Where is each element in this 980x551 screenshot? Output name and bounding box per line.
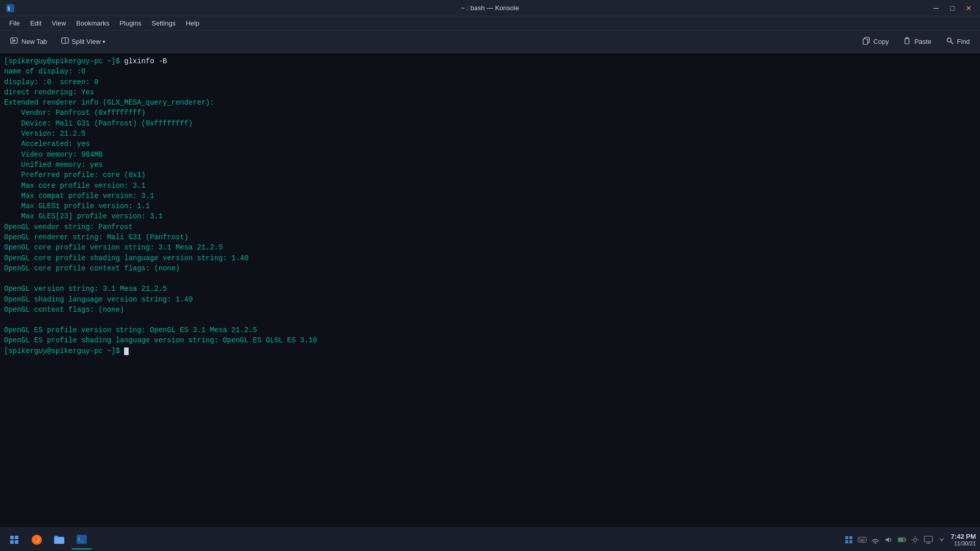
- output-line-7: Version: 21.2.5: [4, 129, 976, 139]
- output-blank-2: [4, 315, 976, 325]
- svg-rect-19: [849, 536, 852, 539]
- clock-time: 7:42 PM: [951, 533, 976, 540]
- titlebar: $ ~ : bash — Konsole ─ □ ✕: [0, 0, 980, 16]
- app-icon: $: [6, 4, 14, 12]
- window-title: ~ : bash — Konsole: [461, 4, 519, 12]
- output-line-4: Extended renderer info (GLX_MESA_query_r…: [4, 97, 976, 108]
- svg-text:$_: $_: [78, 537, 83, 542]
- output-line-22: OpenGL shading language version string: …: [4, 294, 976, 305]
- menu-edit[interactable]: Edit: [25, 18, 46, 28]
- svg-rect-10: [905, 38, 909, 44]
- output-line-1: name of display: :0: [4, 66, 976, 77]
- svg-rect-22: [858, 537, 866, 542]
- output-line-9: Video memory: 984MB: [4, 149, 976, 160]
- new-tab-label: New Tab: [21, 38, 47, 45]
- output-line-10: Unified memory: yes: [4, 160, 976, 170]
- output-line-11: Preferred profile: core (0x1): [4, 170, 976, 180]
- command-text: glxinfo -B: [124, 57, 167, 65]
- command-prompt: [spikerguy@spikerguy-pc ~]$: [4, 57, 124, 65]
- network-icon[interactable]: [870, 535, 880, 545]
- svg-line-13: [950, 42, 953, 44]
- output-line-13: Max compat profile version: 3.1: [4, 191, 976, 201]
- expand-tray-icon[interactable]: [937, 535, 947, 545]
- split-view-icon: [61, 37, 69, 46]
- output-line-25: OpenGL ES profile shading language versi…: [4, 335, 976, 345]
- terminal-cursor: [124, 347, 129, 355]
- menu-file[interactable]: File: [4, 18, 25, 28]
- output-line-3: direct rendering: Yes: [4, 87, 976, 97]
- svg-text:$: $: [7, 6, 10, 11]
- output-blank-1: [4, 273, 976, 284]
- terminal-area[interactable]: [spikerguy@spikerguy-pc ~]$ glxinfo -B n…: [0, 53, 980, 528]
- menu-plugins[interactable]: Plugins: [114, 18, 146, 28]
- minimize-button[interactable]: ─: [929, 1, 943, 15]
- folder-icon: [53, 534, 65, 546]
- command-line: [spikerguy@spikerguy-pc ~]$ glxinfo -B: [4, 56, 976, 66]
- output-line-8: Accelerated: yes: [4, 139, 976, 149]
- output-line-15: Max GLES[23] profile version: 3.1: [4, 211, 976, 221]
- paste-label: Paste: [914, 38, 931, 45]
- svg-point-28: [874, 542, 876, 544]
- paste-icon: [903, 37, 911, 46]
- find-label: Find: [957, 38, 970, 45]
- window-controls: ─ □ ✕: [929, 1, 976, 15]
- taskbar-right: 7:42 PM 11/30/21: [844, 533, 976, 546]
- close-button[interactable]: ✕: [962, 1, 976, 15]
- terminal-icon: $_: [76, 533, 88, 545]
- maximize-button[interactable]: □: [945, 1, 960, 15]
- audio-icon[interactable]: [884, 535, 894, 545]
- menu-settings[interactable]: Settings: [146, 18, 181, 28]
- keyboard-icon[interactable]: [857, 535, 867, 545]
- toolbar-left: New Tab Split View ▾: [4, 34, 111, 50]
- prompt-line: [spikerguy@spikerguy-pc ~]$: [4, 346, 976, 356]
- split-view-label: Split View: [71, 38, 101, 45]
- taskbar-apps: $_: [4, 530, 92, 549]
- filemanager-taskbar-icon[interactable]: [49, 530, 69, 549]
- activities-button[interactable]: [4, 530, 24, 549]
- menu-view[interactable]: View: [46, 18, 71, 28]
- clock-date: 11/30/21: [954, 540, 976, 546]
- display-icon[interactable]: [923, 535, 934, 545]
- taskbar: $_: [0, 528, 980, 551]
- paste-button[interactable]: Paste: [897, 34, 937, 50]
- svg-rect-30: [899, 538, 903, 541]
- output-line-24: OpenGL ES profile version string: OpenGL…: [4, 325, 976, 335]
- output-line-12: Max core profile version: 3.1: [4, 181, 976, 191]
- find-button[interactable]: Find: [940, 34, 976, 50]
- copy-icon: [862, 37, 870, 46]
- menu-help[interactable]: Help: [181, 18, 205, 28]
- svg-rect-18: [845, 536, 848, 539]
- brightness-icon[interactable]: [910, 535, 920, 545]
- output-line-19: OpenGL core profile shading language ver…: [4, 253, 976, 263]
- svg-rect-20: [845, 540, 848, 543]
- firefox-icon: [31, 534, 43, 546]
- system-clock[interactable]: 7:42 PM 11/30/21: [951, 533, 976, 546]
- menu-bookmarks[interactable]: Bookmarks: [71, 18, 114, 28]
- toolbar-right: Copy Paste Find: [856, 34, 976, 50]
- output-line-16: OpenGL vendor string: Panfrost: [4, 222, 976, 232]
- toolbar: New Tab Split View ▾ Copy: [0, 31, 980, 53]
- svg-rect-37: [924, 536, 933, 542]
- svg-rect-21: [849, 540, 852, 543]
- output-line-21: OpenGL version string: 3.1 Mesa 21.2.5: [4, 284, 976, 294]
- output-line-14: Max GLES1 profile version: 1.1: [4, 201, 976, 211]
- battery-icon[interactable]: [897, 535, 907, 545]
- output-line-5: Vendor: Panfrost (0xffffffff): [4, 108, 976, 118]
- new-tab-icon: [10, 37, 18, 46]
- output-line-23: OpenGL context flags: (none): [4, 305, 976, 315]
- output-line-2: display: :0 screen: 0: [4, 77, 976, 87]
- split-view-button[interactable]: Split View ▾: [55, 34, 111, 50]
- copy-button[interactable]: Copy: [856, 34, 895, 50]
- activities-icon: [10, 536, 18, 544]
- svg-point-32: [914, 538, 917, 541]
- output-line-20: OpenGL core profile context flags: (none…: [4, 263, 976, 273]
- svg-rect-31: [905, 539, 906, 540]
- split-view-chevron-icon: ▾: [103, 39, 105, 44]
- system-tray: [844, 535, 947, 545]
- new-tab-button[interactable]: New Tab: [4, 34, 53, 50]
- konsole-taskbar-icon[interactable]: $_: [71, 530, 92, 549]
- kde-connect-icon[interactable]: [844, 535, 854, 545]
- firefox-taskbar-icon[interactable]: [27, 530, 47, 549]
- output-line-18: OpenGL core profile version string: 3.1 …: [4, 242, 976, 253]
- output-line-17: OpenGL renderer string: Mali G31 (Panfro…: [4, 232, 976, 242]
